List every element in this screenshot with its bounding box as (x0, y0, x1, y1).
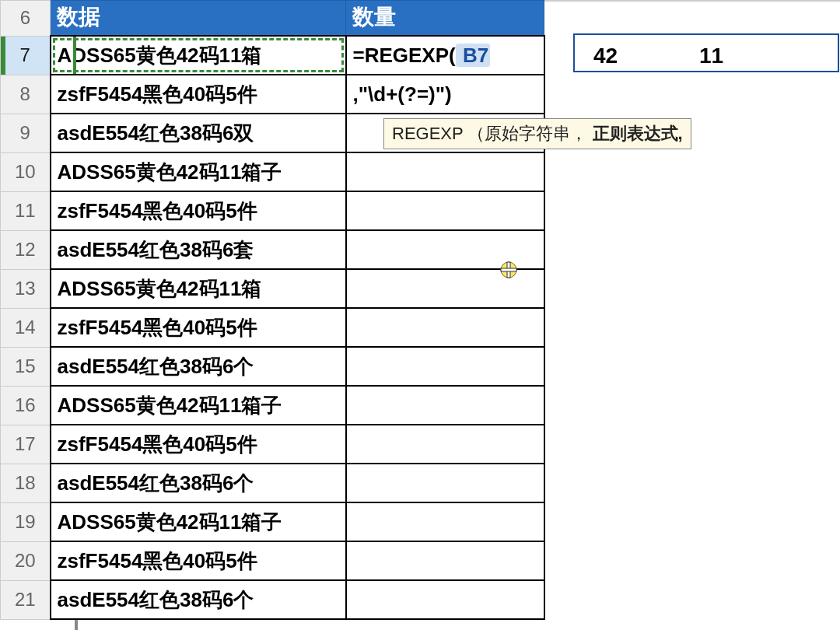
col-header-data[interactable]: 数据 (51, 1, 346, 37)
cell[interactable]: zsfF5454黑色40码5件 (51, 541, 346, 580)
col-header-qty[interactable]: 数量 (346, 1, 544, 37)
formula-text: ,"\d+(?=)") (353, 82, 452, 106)
formula-tooltip: REGEXP （原始字符串， 正则表达式, (383, 118, 691, 149)
cell-e7-value[interactable]: 11 (699, 44, 723, 68)
cell[interactable] (346, 541, 544, 580)
cell[interactable]: asdE554红色38码6个 (51, 580, 346, 619)
cell[interactable] (346, 308, 544, 347)
row-header[interactable]: 9 (1, 114, 51, 152)
row-header[interactable]: 11 (1, 191, 51, 230)
tooltip-args: （原始字符串， (467, 124, 587, 143)
active-row-marker (73, 37, 76, 74)
row-header[interactable]: 17 (1, 425, 51, 464)
cell[interactable]: zsfF5454黑色40码5件 (51, 75, 346, 114)
row-header[interactable]: 15 (1, 347, 51, 386)
cell[interactable]: ADSS65黄色42码11箱子 (51, 502, 346, 541)
row-header[interactable]: 14 (1, 308, 51, 347)
row-header[interactable]: 16 (1, 386, 51, 425)
formula-text: =REGEXP( (353, 44, 456, 67)
cell[interactable]: ADSS65黄色42码11箱子 (51, 152, 346, 191)
cell[interactable] (346, 152, 544, 191)
cell[interactable] (346, 386, 544, 425)
cell[interactable]: ADSS65黄色42码11箱 (51, 269, 346, 308)
row-header[interactable]: 12 (1, 230, 51, 269)
cell[interactable] (346, 580, 544, 619)
cell[interactable] (346, 347, 544, 386)
row-header[interactable]: 13 (1, 269, 51, 308)
cell[interactable]: ADSS65黄色42码11箱子 (51, 386, 346, 425)
row-header[interactable]: 19 (1, 502, 51, 541)
cell[interactable]: asdE554红色38码6双 (51, 114, 346, 152)
row-header[interactable]: 8 (1, 75, 51, 114)
cell[interactable]: zsfF5454黑色40码5件 (51, 425, 346, 464)
cell-c7-formula[interactable]: =REGEXP( B7 (346, 36, 544, 75)
row-header[interactable]: 7 (1, 36, 51, 75)
row-header[interactable]: 10 (1, 152, 51, 191)
cell[interactable]: asdE554红色38码6套 (51, 230, 346, 269)
row-header[interactable]: 21 (1, 580, 51, 619)
cell[interactable] (346, 502, 544, 541)
formula-ref: B7 (456, 44, 490, 67)
cell-c8-formula[interactable]: ,"\d+(?=)") (346, 75, 544, 114)
tooltip-fn: REGEXP (392, 124, 463, 143)
cell[interactable]: zsfF5454黑色40码5件 (51, 308, 346, 347)
cell[interactable] (346, 425, 544, 464)
cell[interactable]: zsfF5454黑色40码5件 (51, 191, 346, 230)
cell[interactable]: asdE554红色38码6个 (51, 347, 346, 386)
cell[interactable] (346, 191, 544, 230)
row-header[interactable]: 6 (1, 1, 51, 37)
cell[interactable] (346, 269, 544, 308)
cell-b7[interactable]: ADSS65黄色42码11箱 (51, 36, 346, 75)
cell[interactable] (346, 230, 544, 269)
row-header[interactable]: 18 (1, 464, 51, 502)
tooltip-current-arg: 正则表达式, (593, 124, 683, 143)
cell[interactable]: asdE554红色38码6个 (51, 464, 346, 502)
cell[interactable] (346, 464, 544, 502)
row-header[interactable]: 20 (1, 541, 51, 580)
spreadsheet-grid[interactable]: 6 数据 数量 7 ADSS65黄色42码11箱 =REGEXP( B7 8 z… (0, 0, 545, 620)
cell-d7-value[interactable]: 42 (593, 44, 618, 68)
